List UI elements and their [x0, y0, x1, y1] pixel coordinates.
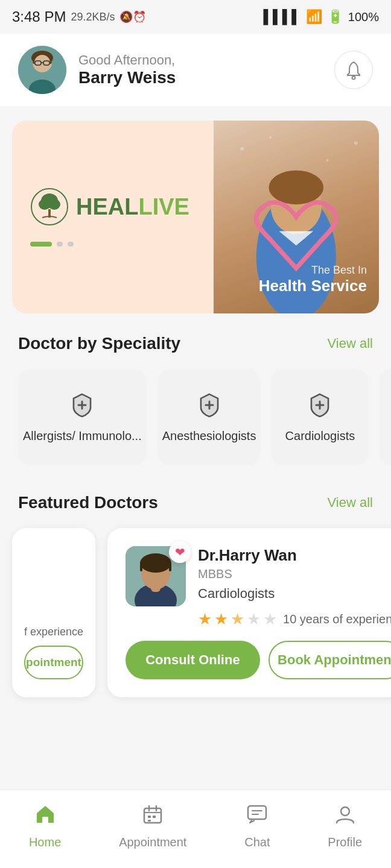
status-right-icons: ▌▌▌▌ 📶 🔋 100% [263, 9, 379, 25]
favorite-heart-badge[interactable]: ❤ [169, 541, 191, 563]
home-icon [34, 804, 56, 831]
svg-point-9 [352, 77, 355, 80]
notification-bell-button[interactable] [334, 51, 373, 89]
nav-profile-label: Profile [328, 835, 362, 849]
nav-profile[interactable]: Profile [316, 797, 374, 855]
svg-point-15 [241, 147, 244, 151]
doctor-degree: MBBS [198, 567, 391, 581]
doctor-specialty: Cardiologists [198, 586, 391, 602]
svg-rect-37 [169, 563, 171, 571]
speciality-card-cardiologists[interactable]: Cardiologists [272, 369, 368, 465]
svg-rect-44 [148, 820, 151, 822]
svg-point-16 [270, 136, 272, 139]
doctor-info: Dr.Harry Wan MBBS Cardiologists ★ ★ ★ ★ … [198, 546, 391, 629]
speciality-scroll-container: Allergists/ Immunolo... Anesthesiologist… [0, 359, 391, 475]
doctor-name: Dr.Harry Wan [198, 546, 391, 565]
speciality-card-allergists[interactable]: Allergists/ Immunolo... [18, 369, 147, 465]
banner-tagline: The Best In Health Service [259, 264, 367, 295]
featured-view-all[interactable]: View all [328, 495, 373, 511]
brand-heal: HEAL [76, 194, 138, 220]
doctor-card-partial[interactable]: f experience pointment [12, 528, 95, 697]
nav-home-label: Home [29, 835, 61, 849]
medical-shield-icon-anesthesiologists [195, 391, 224, 420]
banner-tagline-sub: The Best In [259, 264, 367, 277]
status-bar: 3:48 PM 29.2KB/s 🔕⏰ ▌▌▌▌ 📶 🔋 100% [0, 0, 391, 34]
speciality-title: Doctor by Speciality [18, 334, 180, 353]
speciality-section-header: Doctor by Speciality View all [0, 328, 391, 359]
nav-home[interactable]: Home [17, 797, 73, 855]
greeting-container: Good Afternoon, Barry Weiss [78, 52, 176, 87]
svg-point-17 [326, 159, 329, 162]
nav-chat[interactable]: Chat [232, 797, 282, 855]
signal-icon: ▌▌▌▌ [263, 9, 300, 25]
partial-experience: f experience [24, 626, 83, 638]
featured-title: Featured Doctors [18, 493, 158, 512]
profile-icon [334, 804, 356, 831]
doctor-rating: ★ ★ ★ ★ ★ 10 years of experience [198, 610, 391, 629]
status-time-info: 3:48 PM 29.2KB/s 🔕⏰ [12, 8, 146, 25]
star-1: ★ [198, 610, 212, 629]
bell-icon [343, 60, 364, 80]
user-name: Barry Weiss [78, 68, 176, 87]
banner-tagline-main: Health Service [259, 277, 367, 295]
appointment-icon [142, 804, 164, 831]
partial-appointment-button[interactable]: pointment [24, 646, 83, 679]
svg-rect-36 [140, 563, 142, 571]
user-avatar[interactable] [18, 46, 66, 94]
promo-banner: HEAL LIVE [12, 121, 379, 313]
header: Good Afternoon, Barry Weiss [0, 34, 391, 106]
wifi-icon: 📶 [306, 9, 322, 25]
svg-rect-43 [153, 816, 156, 818]
speciality-label-cardiologists: Cardiologists [281, 428, 360, 444]
nav-appointment-label: Appointment [119, 835, 186, 849]
doctor-avatar-wrap: ❤ [126, 546, 186, 606]
svg-point-22 [269, 171, 324, 205]
featured-section-header: Featured Doctors View all [0, 487, 391, 518]
star-rating: ★ ★ ★ ★ ★ [198, 610, 277, 629]
banner-right: The Best In Health Service [214, 121, 379, 313]
star-4: ★ [247, 610, 261, 629]
svg-rect-38 [144, 808, 161, 823]
indicator-dot-2 [68, 242, 74, 247]
indicator-dot-1 [57, 242, 63, 247]
medical-shield-icon-cardiologists [305, 391, 334, 420]
bottom-navigation: Home Appointment Chat [0, 790, 391, 868]
doctor-card-top: ❤ Dr.Harry Wan MBBS Cardiologists ★ ★ ★ … [126, 546, 391, 629]
banner-indicator [30, 242, 196, 247]
doctors-scroll-container: f experience pointment [0, 518, 391, 707]
svg-point-18 [354, 142, 358, 145]
greeting-sub: Good Afternoon, [78, 52, 176, 68]
brand-live: LIVE [138, 194, 189, 220]
speciality-card-anesthesiologists[interactable]: Anesthesiologists [157, 369, 261, 465]
star-5: ★ [263, 610, 277, 629]
svg-point-48 [341, 807, 349, 816]
speciality-label-allergists: Allergists/ Immunolo... [18, 428, 147, 444]
svg-point-35 [140, 553, 171, 573]
heal-live-tree-icon [30, 187, 69, 226]
chat-icon [246, 804, 268, 831]
brand-name: HEAL LIVE [76, 194, 189, 220]
indicator-dot-active [30, 242, 52, 247]
speciality-card-partial[interactable]: Co...R... [379, 369, 391, 465]
status-icons: 🔕⏰ [119, 10, 146, 24]
banner-left: HEAL LIVE [12, 121, 214, 313]
star-2: ★ [214, 610, 228, 629]
medical-shield-icon-allergists [68, 391, 97, 420]
nav-chat-label: Chat [244, 835, 270, 849]
speciality-label-anesthesiologists: Anesthesiologists [157, 428, 261, 444]
svg-rect-42 [148, 816, 151, 818]
svg-point-13 [48, 199, 60, 210]
header-left: Good Afternoon, Barry Weiss [18, 46, 176, 94]
doctor-card-harry-wan: ❤ Dr.Harry Wan MBBS Cardiologists ★ ★ ★ … [107, 528, 391, 697]
status-time: 3:48 PM [12, 8, 66, 25]
book-appointment-button[interactable]: Book Appointment [269, 641, 391, 679]
star-3: ★ [230, 610, 244, 629]
doctor-actions: Consult Online Book Appointment [126, 641, 391, 679]
banner-logo: HEAL LIVE [30, 187, 196, 226]
battery-icon: 🔋 [327, 9, 343, 25]
status-network: 29.2KB/s [71, 11, 115, 24]
speciality-view-all[interactable]: View all [328, 336, 373, 351]
consult-online-button[interactable]: Consult Online [126, 641, 260, 679]
nav-appointment[interactable]: Appointment [107, 797, 199, 855]
speciality-label-co-r: Co...R... [389, 420, 391, 451]
